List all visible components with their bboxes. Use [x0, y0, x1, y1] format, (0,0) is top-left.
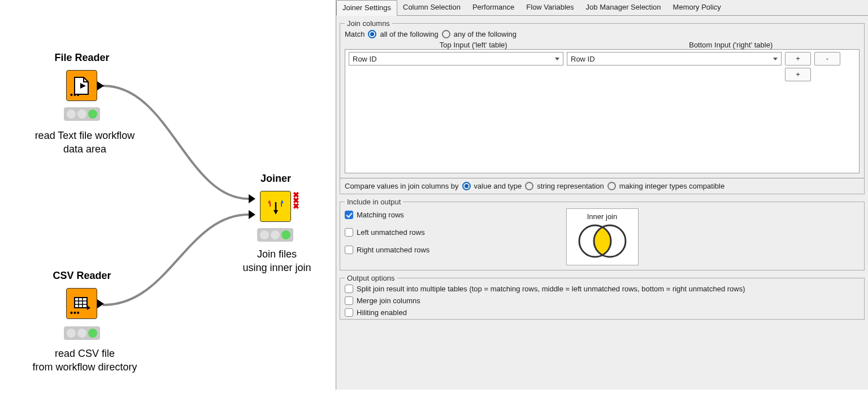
joiner-desc: Join files using inner join [223, 247, 331, 275]
radio-match-any-label: any of the following [454, 30, 517, 38]
include-in-output-legend: Include in output [345, 198, 403, 206]
workflow-canvas: File Reader ••• read Text file workflow … [0, 0, 336, 393]
file-reader-desc: read Text file workflow data area [6, 129, 164, 156]
radio-match-any[interactable] [442, 30, 450, 38]
join-columns-legend: Join columns [345, 19, 392, 28]
add-column-pair-button[interactable]: + [785, 52, 811, 66]
svg-marker-6 [87, 305, 90, 310]
check-hiliting-label: Hiliting enabled [357, 308, 407, 317]
file-reader-out-port[interactable] [97, 81, 104, 90]
check-matching-rows-label: Matching rows [357, 211, 404, 219]
radio-value-and-type[interactable] [462, 182, 471, 190]
radio-match-all-label: all of the following [380, 30, 438, 38]
output-options-legend: Output options [345, 274, 397, 282]
right-column-value: Row ID [571, 55, 595, 63]
check-split-result[interactable] [345, 285, 353, 293]
file-reader-node[interactable]: ••• [66, 70, 97, 101]
tab-flow-variables[interactable]: Flow Variables [520, 0, 580, 15]
check-merge-columns[interactable] [345, 296, 353, 305]
join-columns-table: Row ID Row ID + - + [345, 49, 860, 173]
tab-joiner-settings[interactable]: Joiner Settings [336, 0, 397, 16]
joiner-icon [266, 198, 286, 216]
svg-rect-1 [75, 298, 87, 308]
join-columns-group: Join columns Match all of the following … [340, 19, 865, 194]
csv-reader-title: CSV Reader [25, 270, 138, 282]
dialog-tabs: Joiner Settings Column Selection Perform… [336, 0, 868, 16]
svg-marker-10 [274, 210, 278, 215]
check-split-result-label: Split join result into multiple tables (… [357, 285, 745, 293]
file-reader-title: File Reader [25, 52, 138, 64]
radio-integer-compatible-label: making integer types compatible [619, 182, 724, 190]
radio-string-representation[interactable] [525, 182, 533, 190]
venn-label: Inner join [587, 212, 617, 221]
check-merge-columns-label: Merge join columns [357, 296, 420, 305]
radio-string-representation-label: string representation [537, 182, 604, 190]
output-options-group: Output options Split join result into mu… [340, 274, 865, 320]
right-column-dropdown[interactable]: Row ID [567, 52, 782, 66]
left-table-header: Top Input ('left' table) [345, 41, 602, 49]
radio-integer-compatible[interactable] [607, 182, 616, 190]
remove-column-pair-button[interactable]: - [814, 52, 840, 66]
check-matching-rows[interactable] [345, 211, 353, 219]
tab-job-manager-selection[interactable]: Job Manager Selection [580, 0, 667, 15]
tab-performance[interactable]: Performance [467, 0, 520, 15]
radio-value-and-type-label: value and type [474, 182, 522, 190]
check-left-unmatched-label: Left unmatched rows [357, 228, 425, 237]
joiner-title: Joiner [219, 173, 332, 185]
left-column-value: Row ID [353, 55, 377, 63]
tab-column-selection[interactable]: Column Selection [397, 0, 467, 15]
joiner-status [257, 228, 293, 242]
csv-reader-desc: read CSV file from workflow directory [6, 347, 164, 374]
joiner-config-dialog: Joiner Settings Column Selection Perform… [336, 0, 868, 390]
csv-reader-out-port[interactable] [97, 299, 104, 308]
menu-dots-icon: ••• [70, 90, 80, 99]
match-label: Match [345, 30, 364, 38]
add-another-pair-button[interactable]: + [785, 68, 811, 81]
chevron-down-icon [555, 58, 559, 60]
venn-icon [571, 221, 633, 261]
check-hiliting[interactable] [345, 308, 353, 317]
check-left-unmatched[interactable] [345, 228, 353, 237]
joiner-in-port-top[interactable] [249, 194, 255, 203]
check-right-unmatched[interactable] [345, 246, 353, 254]
joiner-in-port-bottom[interactable] [249, 210, 255, 219]
joiner-unconnected-ports-icon: ✖✖✖ [293, 192, 300, 209]
file-reader-status [64, 107, 100, 121]
menu-dots-icon: ••• [70, 308, 80, 317]
right-table-header: Bottom Input ('right' table) [602, 41, 860, 49]
check-right-unmatched-label: Right unmatched rows [357, 246, 429, 254]
radio-match-all[interactable] [368, 30, 376, 38]
left-column-dropdown[interactable]: Row ID [349, 52, 563, 66]
tab-memory-policy[interactable]: Memory Policy [667, 0, 727, 15]
venn-diagram: Inner join [566, 208, 639, 265]
csv-reader-status [64, 326, 100, 340]
include-in-output-group: Include in output Matching rows Left unm… [340, 198, 865, 270]
chevron-down-icon [773, 58, 778, 60]
csv-reader-node[interactable]: ••• [66, 288, 97, 319]
compare-label: Compare values in join columns by [345, 182, 459, 190]
joiner-node[interactable] [260, 191, 291, 222]
